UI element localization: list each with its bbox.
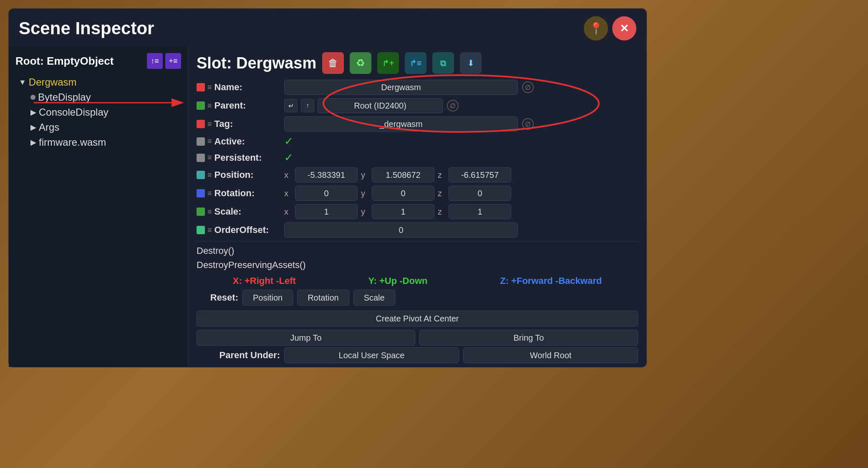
scale-y-input[interactable] xyxy=(372,204,434,219)
rotation-z-label: z xyxy=(438,189,445,198)
position-y-label: y xyxy=(361,170,368,180)
parent-label-text: Parent: xyxy=(214,100,246,111)
tree-item-firmware[interactable]: ▶ firmware.wasm xyxy=(27,135,181,150)
name-input[interactable] xyxy=(284,80,518,95)
persistent-color-indicator xyxy=(197,154,205,162)
rotation-field-row: ≡ Rotation: x y z xyxy=(197,186,638,201)
active-field-label: ≡ Active: xyxy=(197,136,280,147)
tag-color-indicator xyxy=(197,120,205,128)
movedown-button[interactable]: ⬇ xyxy=(460,52,482,74)
create-pivot-button[interactable]: Create Pivot At Center xyxy=(197,311,638,326)
reset-rotation-button[interactable]: Rotation xyxy=(297,290,349,306)
rotation-x-input[interactable] xyxy=(295,186,358,201)
local-user-space-button[interactable]: Local User Space xyxy=(284,347,459,363)
tag-input[interactable] xyxy=(284,116,518,132)
axis-x-hint: X: +Right -Left xyxy=(233,276,296,286)
tree-header: Root: EmptyObject ↑≡ +≡ xyxy=(15,53,181,69)
rotation-y-label: y xyxy=(361,189,368,198)
tag-null-button[interactable]: ∅ xyxy=(522,118,534,130)
tag-field-label: ≡ Tag: xyxy=(197,119,280,129)
persistent-field-row: ≡ Persistent: ✓ xyxy=(197,151,638,164)
rotation-field-label: ≡ Rotation: xyxy=(197,188,280,199)
position-field-row: ≡ Position: x y z xyxy=(197,167,638,182)
rotation-z-input[interactable] xyxy=(449,186,511,201)
orderoffset-input[interactable] xyxy=(284,223,518,238)
name-null-button[interactable]: ∅ xyxy=(522,81,534,93)
tree-item-consoledisplay[interactable]: ▶ ConsoleDisplay xyxy=(27,105,181,120)
sort-icon: ↑≡ xyxy=(151,57,159,66)
parent-under-label: Parent Under: xyxy=(197,350,280,361)
movedown-icon: ⬇ xyxy=(467,58,474,68)
scale-y-label: y xyxy=(361,207,368,217)
delete-button[interactable]: 🗑 xyxy=(322,52,344,74)
expand-arrow-firmware: ▶ xyxy=(30,138,36,147)
parent-input[interactable] xyxy=(318,98,443,113)
scale-xyz-row: x y z xyxy=(284,204,511,219)
orderoffset-field-row: ≡ OrderOffset: xyxy=(197,223,638,238)
position-field-label: ≡ Position: xyxy=(197,169,280,180)
pin-button[interactable]: 📍 xyxy=(584,16,608,40)
parent-under-row: Parent Under: Local User Space World Roo… xyxy=(197,347,638,363)
parent-null-button[interactable]: ∅ xyxy=(447,100,459,111)
rotation-xyz-row: x y z xyxy=(284,186,511,201)
destroy-action[interactable]: Destroy() xyxy=(197,244,638,258)
scale-x-input[interactable] xyxy=(295,204,358,219)
tree-item-dergwasm[interactable]: ▼ Dergwasm xyxy=(15,75,181,90)
parent-color-indicator xyxy=(197,101,205,110)
tree-title: Root: EmptyObject xyxy=(15,55,114,68)
add-child-button[interactable]: ↱+ xyxy=(377,52,399,74)
reset-scale-button[interactable]: Scale xyxy=(353,290,395,306)
expand-arrow-consoledisplay: ▶ xyxy=(30,108,36,117)
pin-icon: 📍 xyxy=(589,22,603,35)
rotation-color-indicator xyxy=(197,189,205,197)
active-label-text: Active: xyxy=(214,136,245,147)
reset-row: Reset: Position Rotation Scale xyxy=(197,290,638,306)
scale-z-input[interactable] xyxy=(449,204,511,219)
duplicate-button[interactable]: ↱≡ xyxy=(405,52,426,74)
orderoffset-field-label: ≡ OrderOffset: xyxy=(197,225,280,235)
scale-z-label: z xyxy=(438,207,445,217)
tree-sort-button[interactable]: ↑≡ xyxy=(147,53,163,69)
parent-nav-up-button[interactable]: ↵ xyxy=(284,99,298,112)
recycle-icon: ♻ xyxy=(356,57,365,69)
tree-item-bytedisplay[interactable]: ByteDisplay xyxy=(27,90,181,105)
leaf-dot-bytedisplay xyxy=(30,95,35,100)
tree-item-args[interactable]: ▶ Args xyxy=(27,120,181,135)
position-y-input[interactable] xyxy=(372,167,434,182)
copy-button[interactable]: ⧉ xyxy=(432,52,454,74)
world-root-button[interactable]: World Root xyxy=(463,347,638,363)
position-z-input[interactable] xyxy=(449,167,511,182)
rotation-y-input[interactable] xyxy=(372,186,434,201)
panel-title: Scene Inspector xyxy=(19,18,154,38)
recycle-button[interactable]: ♻ xyxy=(350,52,371,74)
active-field-row: ≡ Active: ✓ xyxy=(197,135,638,148)
parent-field-row: ≡ Parent: ↵ ↑ ∅ xyxy=(197,98,638,113)
tree-item-label-consoledisplay: ConsoleDisplay xyxy=(39,106,108,118)
trash-icon: 🗑 xyxy=(328,57,338,69)
tree-add-button[interactable]: +≡ xyxy=(165,53,181,69)
position-z-label: z xyxy=(438,170,445,180)
duplicate-icon: ↱≡ xyxy=(410,58,422,68)
position-x-label: x xyxy=(284,170,292,180)
destroy-preserving-action[interactable]: DestroyPreservingAssets() xyxy=(197,258,638,272)
reset-position-button[interactable]: Position xyxy=(242,290,293,306)
copy-icon: ⧉ xyxy=(440,58,446,68)
close-button[interactable]: ✕ xyxy=(612,16,636,40)
parent-nav-row: ↵ ↑ xyxy=(284,98,443,113)
name-field-row: ≡ Name: ∅ xyxy=(197,80,638,95)
tree-item-label-firmware: firmware.wasm xyxy=(39,137,106,148)
name-label-text: Name: xyxy=(214,82,242,93)
scale-x-label: x xyxy=(284,207,292,217)
jump-to-button[interactable]: Jump To xyxy=(197,330,415,346)
slot-header: Slot: Dergwasm 🗑 ♻ ↱+ ↱≡ ⧉ ⬇ xyxy=(197,52,638,74)
bring-to-button[interactable]: Bring To xyxy=(419,330,638,346)
position-x-input[interactable] xyxy=(295,167,358,182)
scale-label-text: Scale: xyxy=(214,206,242,217)
close-icon: ✕ xyxy=(620,22,629,35)
scale-field-row: ≡ Scale: x y z xyxy=(197,204,638,219)
position-color-indicator xyxy=(197,171,205,179)
persistent-checkmark: ✓ xyxy=(284,151,293,164)
parent-nav-up2-button[interactable]: ↑ xyxy=(301,99,314,112)
scale-color-indicator xyxy=(197,207,205,216)
tag-field-row: ≡ Tag: ∅ xyxy=(197,116,638,132)
